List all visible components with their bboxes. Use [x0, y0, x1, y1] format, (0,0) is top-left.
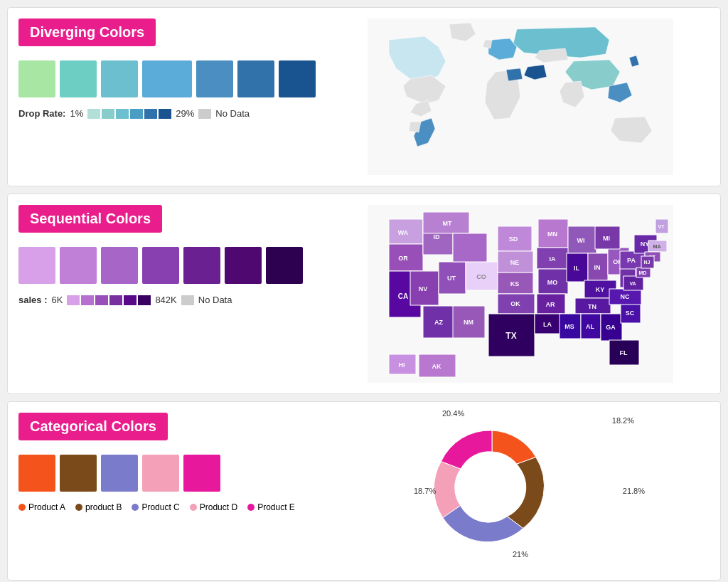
state-ks-label: KS [510, 280, 520, 287]
state-mt-label: MT [443, 220, 452, 227]
sequential-max: 842K [155, 295, 176, 305]
grad-2 [102, 109, 114, 119]
state-sd-label: SD [509, 236, 518, 243]
seq-grad-4 [109, 295, 122, 305]
state-or-label: OR [398, 255, 408, 262]
state-id-label: ID [434, 233, 441, 240]
state-az-label: AZ [434, 319, 443, 326]
state-sc-label: SC [626, 309, 635, 317]
label-product-b: product B [85, 502, 122, 512]
swatch-4 [142, 60, 192, 97]
state-md-label: MD [639, 270, 647, 275]
cat-swatch-5 [183, 455, 220, 492]
label-pct-b: 21.8% [623, 487, 645, 495]
label-pct-e: 20.4% [442, 409, 464, 418]
diverging-legend-label: Drop Rate: [18, 108, 65, 119]
cat-swatch-1 [18, 455, 55, 492]
diverging-left: Diverging Colors Drop Rate: 1% 29% No [18, 18, 317, 119]
seq-swatch-4 [142, 247, 179, 284]
grad-1 [87, 109, 100, 119]
diverging-map [331, 18, 710, 175]
cat-swatch-3 [101, 455, 138, 492]
diverging-legend: Drop Rate: 1% 29% No Data [18, 108, 317, 119]
state-nj-label: NJ [644, 260, 651, 265]
donut-chart-svg [421, 413, 563, 555]
state-nv-label: NV [419, 285, 428, 292]
sequential-legend-label: sales : [18, 295, 47, 305]
swatch-7 [279, 60, 316, 97]
state-tx-label: TX [505, 331, 516, 341]
legend-product-c: Product C [132, 502, 179, 512]
dot-product-c [132, 504, 139, 511]
state-ia-label: IA [550, 255, 557, 263]
diverging-max: 29% [176, 108, 194, 119]
swatch-3 [101, 60, 138, 97]
label-product-a: Product A [28, 502, 65, 512]
label-product-d: Product D [200, 502, 237, 512]
us-map-svg: WA OR CA ID MT NV UT [368, 205, 673, 383]
sequential-gradient [67, 295, 151, 305]
state-ne-label: NE [510, 259, 520, 266]
sequential-no-data-label: No Data [198, 295, 232, 305]
diverging-no-data-swatch [198, 109, 211, 119]
diverging-swatches [18, 60, 317, 97]
sequential-section: Sequential Colors sales : 6K 842K No [7, 194, 721, 394]
sequential-legend: sales : 6K 842K No Data [18, 295, 317, 305]
country-central-asia [535, 48, 568, 63]
sequential-map: WA OR CA ID MT NV UT [331, 205, 710, 383]
label-pct-d: 18.7% [414, 487, 436, 495]
label-product-c: Product C [141, 502, 179, 512]
grad-5 [144, 109, 157, 119]
state-ga-label: GA [606, 324, 616, 331]
sequential-no-data-swatch [181, 295, 194, 305]
diverging-no-data-label: No Data [215, 108, 250, 119]
cat-swatch-4 [142, 455, 179, 492]
categorical-section: Categorical Colors Product A product B P… [7, 401, 721, 581]
legend-product-b: product B [75, 502, 122, 512]
state-ar-label: AR [546, 301, 555, 308]
state-la-label: LA [543, 321, 552, 328]
dot-product-d [190, 504, 197, 511]
seq-grad-2 [81, 295, 94, 305]
grad-6 [159, 109, 171, 119]
diverging-min: 1% [70, 108, 83, 119]
sequential-left: Sequential Colors sales : 6K 842K No [18, 205, 317, 305]
seq-grad-6 [138, 295, 151, 305]
diverging-section: Diverging Colors Drop Rate: 1% 29% No [7, 7, 721, 186]
seq-swatch-6 [225, 247, 262, 284]
sequential-min: 6K [51, 295, 63, 305]
sequential-title: Sequential Colors [18, 205, 162, 233]
state-ca-label: CA [398, 292, 408, 300]
state-wi-label: WI [577, 237, 585, 244]
world-map-svg [368, 18, 673, 175]
swatch-6 [237, 60, 274, 97]
legend-product-e: Product E [247, 502, 295, 512]
country-egypt [506, 68, 523, 81]
state-ny-label: NY [641, 240, 650, 248]
state-ky-label: KY [596, 286, 605, 293]
seq-swatch-3 [101, 247, 138, 284]
seq-grad-1 [67, 295, 80, 305]
state-va-label: VA [629, 281, 636, 286]
legend-product-d: Product D [190, 502, 237, 512]
state-tn-label: TN [588, 303, 596, 310]
state-ut-label: UT [447, 275, 456, 282]
diverging-title: Diverging Colors [18, 18, 156, 46]
categorical-title: Categorical Colors [18, 413, 168, 440]
state-mi-label: MI [603, 235, 610, 242]
state-mn-label: MN [547, 231, 557, 238]
dot-product-b [75, 504, 82, 511]
categorical-left: Categorical Colors Product A product B P… [18, 413, 317, 512]
seq-swatch-1 [18, 247, 55, 284]
dot-product-a [18, 504, 26, 511]
grad-3 [116, 109, 129, 119]
state-al-label: AL [586, 323, 594, 330]
state-ok-label: OK [510, 300, 520, 307]
state-nm-label: NM [464, 319, 473, 326]
seq-grad-3 [95, 295, 108, 305]
swatch-5 [196, 60, 233, 97]
seq-swatch-5 [183, 247, 220, 284]
sequential-swatches [18, 247, 317, 284]
state-fl-label: FL [620, 349, 628, 356]
state-il-label: IL [574, 265, 580, 272]
